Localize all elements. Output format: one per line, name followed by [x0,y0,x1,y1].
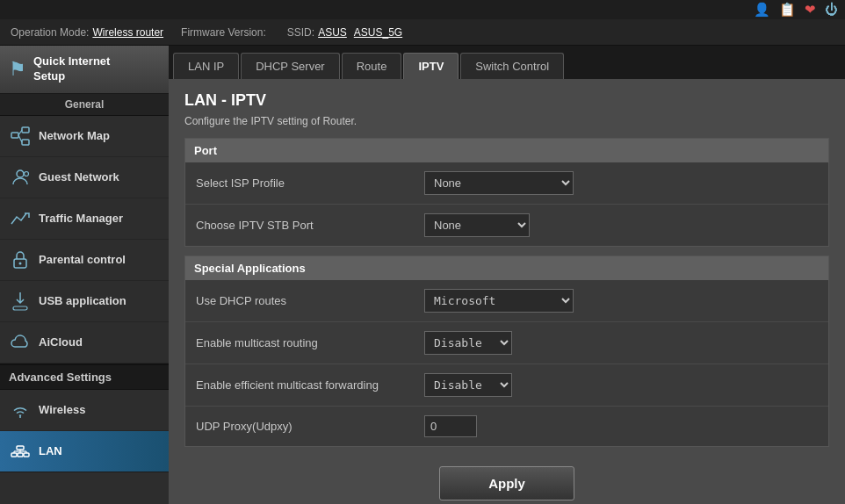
page-description: Configure the IPTV setting of Router. [184,115,829,127]
network-map-icon [9,125,32,148]
multicast-forwarding-select[interactable]: Disable Enable [424,373,512,397]
tab-bar: LAN IP DHCP Server Route IPTV Switch Con… [169,46,845,79]
udp-proxy-row: UDP Proxy(Udpxy) [185,407,828,446]
sidebar-item-wireless[interactable]: Wireless [0,390,169,431]
sidebar-item-label: Traffic Manager [39,212,123,225]
sidebar-item-label: LAN [39,444,62,457]
quick-setup-icon: ⚑ [9,58,26,81]
port-section-header: Port [185,139,828,162]
multicast-forwarding-label: Enable efficient multicast forwarding [196,378,424,392]
quick-internet-setup[interactable]: ⚑ Quick InternetSetup [0,46,169,94]
svg-rect-10 [11,453,17,457]
isp-profile-row: Select ISP Profile None Australia(MyRepu… [185,162,828,205]
operation-mode-value: Wireless router [92,26,163,39]
content-area: LAN IP DHCP Server Route IPTV Switch Con… [169,46,845,504]
sidebar-item-parental-control[interactable]: Parental control [0,240,169,281]
dhcp-routes-label: Use DHCP routes [196,294,424,307]
iptv-stb-port-label: Choose IPTV STB Port [196,219,424,232]
svg-point-8 [19,262,22,264]
ssid-value1: ASUS [318,26,347,39]
page-title: LAN - IPTV [184,91,829,110]
tab-lan-ip[interactable]: LAN IP [173,53,239,79]
sidebar-item-aicloud[interactable]: AiCloud [0,322,169,364]
copy-icon[interactable]: 📋 [779,2,796,18]
svg-point-6 [25,171,29,176]
apply-button[interactable]: Apply [439,466,574,500]
advanced-settings-header: Advanced Settings [0,364,169,390]
sidebar-item-network-map[interactable]: Network Map [0,116,169,157]
isp-profile-select[interactable]: None Australia(MyRepublic) Australia(Opt… [424,171,574,195]
tab-dhcp-server[interactable]: DHCP Server [241,53,340,79]
isp-profile-label: Select ISP Profile [196,176,424,190]
general-section-label: General [0,94,169,116]
svg-line-3 [18,130,22,135]
sidebar-item-label: USB application [39,294,126,307]
svg-rect-11 [18,453,23,457]
dhcp-routes-row: Use DHCP routes Microsoft No Yes [185,280,828,322]
sidebar-item-label: Network Map [39,129,110,142]
tab-iptv[interactable]: IPTV [403,53,459,79]
special-section-header: Special Applications [185,256,828,280]
sidebar-item-label: Wireless [39,403,85,416]
header-icons: 👤 📋 ❤ ⏻ [754,2,838,18]
special-section: Special Applications Use DHCP routes Mic… [184,256,829,447]
svg-point-9 [19,416,21,418]
tab-switch-control[interactable]: Switch Control [460,53,564,79]
svg-rect-2 [22,140,29,145]
svg-point-5 [17,170,24,177]
traffic-manager-icon [9,207,32,230]
multicast-routing-row: Enable multicast routing Disable Enable [185,322,828,364]
lan-icon [9,440,32,463]
udp-proxy-input[interactable] [424,415,477,437]
usb-application-icon [9,290,32,313]
parental-control-icon [9,248,32,271]
sidebar-item-lan[interactable]: LAN [0,431,169,472]
sidebar-item-label: Parental control [39,253,126,266]
sidebar-item-usb-application[interactable]: USB application [0,281,169,322]
ssid-label: SSID: [287,26,314,39]
multicast-routing-label: Enable multicast routing [196,336,424,349]
ssid-value2: ASUS_5G [354,26,402,39]
iptv-stb-port-row: Choose IPTV STB Port None LAN1 LAN2 LAN3… [185,205,828,246]
person-icon[interactable]: 👤 [754,2,770,18]
dhcp-routes-select[interactable]: Microsoft No Yes [424,289,574,313]
wireless-icon [9,399,32,421]
sidebar: ⚑ Quick InternetSetup General Network Ma… [0,46,169,504]
udp-proxy-label: UDP Proxy(Udpxy) [196,420,424,433]
page-content: LAN - IPTV Configure the IPTV setting of… [169,79,845,504]
port-section: Port Select ISP Profile None Australia(M… [184,138,829,247]
tab-route[interactable]: Route [342,53,402,79]
sidebar-item-label: AiCloud [39,335,83,349]
guest-network-icon [9,166,32,189]
quick-setup-label: Quick InternetSetup [33,54,110,84]
sidebar-item-traffic-manager[interactable]: Traffic Manager [0,198,169,240]
svg-rect-13 [17,446,24,450]
svg-rect-1 [22,127,29,133]
firmware-label: Firmware Version: [181,26,266,39]
operation-mode-label: Operation Mode: [11,26,89,39]
power-icon[interactable]: ⏻ [825,2,838,18]
apply-row: Apply [184,457,829,504]
svg-line-4 [18,135,22,142]
svg-rect-0 [11,133,18,138]
iptv-stb-port-select[interactable]: None LAN1 LAN2 LAN3 LAN4 [424,213,530,237]
aicloud-icon [9,331,32,354]
multicast-forwarding-row: Enable efficient multicast forwarding Di… [185,364,828,407]
multicast-routing-select[interactable]: Disable Enable [424,331,512,355]
svg-rect-12 [24,453,29,457]
sidebar-item-label: Guest Network [39,170,119,184]
share-icon[interactable]: ❤ [805,2,816,18]
sidebar-item-guest-network[interactable]: Guest Network [0,157,169,198]
